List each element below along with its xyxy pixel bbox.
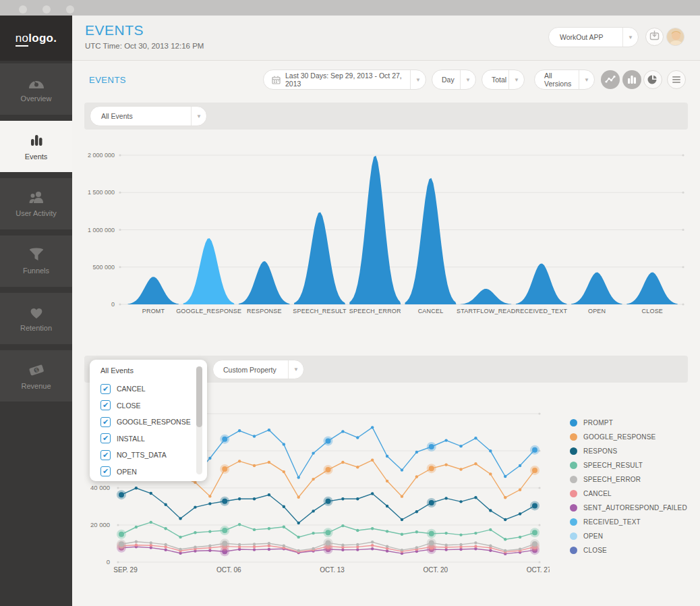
date-range-value: Last 30 Days: Sep 29, 2013 - Oct 27, 201… <box>285 72 410 88</box>
checkbox[interactable]: ✔ <box>100 384 111 394</box>
window-dot[interactable] <box>42 5 51 13</box>
legend-item-RESPONS[interactable]: RESPONS <box>570 447 687 455</box>
events-peaks-chart: 0500 0001 000 0001 500 0002 000 000PROMT… <box>84 128 688 319</box>
page-header: EVENTS UTC Time: Oct 30, 2013 12:16 PM W… <box>72 16 700 61</box>
line-chart-view-button[interactable] <box>601 70 620 89</box>
legend-dot <box>570 419 577 426</box>
checkbox[interactable]: ✔ <box>100 417 111 427</box>
peak-RESPONSE[interactable] <box>239 261 290 304</box>
legend-item-RECEIVED_TEXT[interactable]: RECEIVED_TEXT <box>570 518 687 526</box>
legend-item-CANCEL[interactable]: CANCEL <box>570 490 687 497</box>
legend-label: CANCEL <box>583 490 612 497</box>
funnel-icon <box>28 248 45 263</box>
peak-category-label: PROMT <box>142 308 165 314</box>
legend-item-SPEECH_ERROR[interactable]: SPEECH_ERROR <box>570 476 687 483</box>
dropdown-scrollbar-thumb[interactable] <box>196 366 202 427</box>
events-dropdown-panel: All Events ✔CANCEL✔CLOSE✔GOOGLE_RESPONSE… <box>90 360 207 481</box>
sidebar-item-retention[interactable]: Retention <box>0 293 72 344</box>
sidebar-item-overview[interactable]: Overview <box>0 63 72 115</box>
peak-RECEIVED_TEXT[interactable] <box>516 263 567 304</box>
peak-category-label: RESPONSE <box>247 308 282 314</box>
checkbox[interactable]: ✔ <box>100 450 111 460</box>
app-selector[interactable]: WorkOut APP ▼ <box>548 27 639 47</box>
window-dot[interactable] <box>19 5 27 13</box>
line-chart-icon <box>604 74 616 86</box>
legend-dot <box>570 433 577 441</box>
peak-STARTFLOW_READ[interactable] <box>461 289 512 304</box>
sidebar: Overview Events User Activity Funnels Re… <box>0 61 72 606</box>
menu-icon <box>672 76 681 84</box>
events-dropdown-header: All Events <box>100 366 207 375</box>
legend-label: SPEECH_ERROR <box>583 476 641 483</box>
avatar[interactable] <box>666 28 684 46</box>
peak-SPEECH_RESULT[interactable] <box>294 212 345 304</box>
dropdown-item-label: INSTALL <box>117 435 145 443</box>
sidebar-item-funnels[interactable]: Funnels <box>0 236 72 287</box>
legend-dot <box>570 504 577 512</box>
page-title: EVENTS <box>85 22 144 38</box>
checkbox[interactable]: ✔ <box>100 433 111 443</box>
date-range-picker[interactable]: Last 30 Days: Sep 29, 2013 - Oct 27, 201… <box>263 70 426 90</box>
sidebar-item-events[interactable]: Events <box>0 121 72 172</box>
peak-OPEN[interactable] <box>571 273 622 304</box>
x-axis-label: OCT. 06 <box>216 566 241 574</box>
svg-text:40 000: 40 000 <box>90 484 110 491</box>
legend-item-CLOSE[interactable]: CLOSE <box>570 547 687 554</box>
export-icon <box>649 30 660 44</box>
sidebar-item-user-activity[interactable]: User Activity <box>0 178 72 229</box>
peak-CLOSE[interactable] <box>626 273 678 304</box>
section-title: EVENTS <box>89 75 126 85</box>
events-filter-bar: All Events ▼ <box>84 103 688 130</box>
dropdown-item-INSTALL[interactable]: ✔INSTALL <box>100 431 207 447</box>
chevron-down-icon: ▼ <box>192 113 206 119</box>
legend-item-PROMPT[interactable]: PROMPT <box>570 419 687 426</box>
dollar-bill-icon: $ <box>28 362 45 378</box>
dropdown-item-label: OPEN <box>117 468 137 476</box>
logo-block: nologo. <box>0 16 72 61</box>
dropdown-item-GOOGLE_RESPONSE[interactable]: ✔GOOGLE_RESPONSE <box>100 414 207 431</box>
dropdown-item-CANCEL[interactable]: ✔CANCEL <box>100 381 207 397</box>
dropdown-item-label: CLOSE <box>117 402 141 410</box>
dropdown-scrollbar[interactable] <box>196 366 202 474</box>
legend-item-SENT_AUTORESPOND_FAILED[interactable]: SENT_AUTORESPOND_FAILED <box>570 504 687 512</box>
dropdown-item-CLOSE[interactable]: ✔CLOSE <box>100 397 207 414</box>
legend-item-OPEN[interactable]: OPEN <box>570 532 687 540</box>
versions-select[interactable]: All Versions ▼ <box>534 70 595 90</box>
legend-item-SPEECH_RESULT[interactable]: SPEECH_RESULT <box>570 462 687 469</box>
custom-property-select[interactable]: Custom Property ▼ <box>212 360 304 379</box>
peak-PROMT[interactable] <box>128 277 179 304</box>
main-content: EVENTS Last 30 Days: Sep 29, 2013 - Oct … <box>72 61 700 606</box>
svg-text:1 500 000: 1 500 000 <box>88 189 115 196</box>
legend-label: GOOGLE_RESPONSE <box>583 433 655 441</box>
x-axis-label: SEP. 29 <box>113 566 138 574</box>
sidebar-item-revenue[interactable]: $ Revenue <box>0 350 72 402</box>
svg-text:0: 0 <box>107 558 110 566</box>
legend-dot <box>570 518 577 526</box>
events-filter-select[interactable]: All Events ▼ <box>90 106 207 126</box>
legend-item-GOOGLE_RESPONSE[interactable]: GOOGLE_RESPONSE <box>570 433 687 441</box>
peak-CANCEL[interactable] <box>405 178 457 304</box>
legend-dot <box>570 532 577 540</box>
dropdown-item-NO_TTS_DATA[interactable]: ✔NO_TTS_DATA <box>100 447 207 464</box>
granularity-select[interactable]: Day ▼ <box>432 70 476 90</box>
export-button[interactable] <box>645 28 664 46</box>
chevron-down-icon: ▼ <box>579 77 594 83</box>
peak-GOOGLE_RESPONSE[interactable] <box>183 238 235 304</box>
bar-chart-view-button[interactable] <box>622 70 641 89</box>
calendar-icon <box>272 76 281 84</box>
peak-category-label: RECEIVED_TEXT <box>516 308 568 314</box>
checkbox[interactable]: ✔ <box>100 466 111 476</box>
checkbox[interactable]: ✔ <box>100 400 111 410</box>
svg-text:2 000 000: 2 000 000 <box>88 152 115 159</box>
aggregation-select[interactable]: Total ▼ <box>482 70 525 90</box>
gauge-icon <box>28 76 45 90</box>
dropdown-item-OPEN[interactable]: ✔OPEN <box>100 464 207 480</box>
list-view-button[interactable] <box>667 70 686 89</box>
app-logo: nologo. <box>16 32 57 45</box>
pie-chart-view-button[interactable] <box>643 70 662 89</box>
window-dot[interactable] <box>66 5 74 13</box>
peak-category-label: SPEECH_ERROR <box>349 308 401 314</box>
dropdown-item-label: GOOGLE_RESPONSE <box>117 418 191 426</box>
svg-text:500 000: 500 000 <box>92 264 115 271</box>
legend-dot <box>570 476 577 483</box>
